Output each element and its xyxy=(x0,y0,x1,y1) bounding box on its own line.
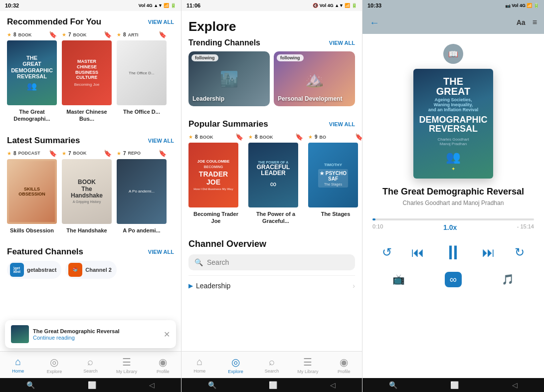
channel-name-2: Channel 2 xyxy=(85,267,112,273)
cast-button[interactable]: 📺 xyxy=(392,273,405,285)
recommended-view-all[interactable]: VIEW ALL xyxy=(148,19,174,25)
book-card-pandemic[interactable]: ★ 7 REPO 🔖 A Po andemi... A Po andemi... xyxy=(117,150,167,234)
book-cover-pandemic: A Po andemi... xyxy=(117,159,167,224)
progress-remaining: - 15:14 xyxy=(517,223,534,231)
explore-icon-2: ◎ xyxy=(231,356,240,368)
trending-card-leadership[interactable]: 🏙️ following Leadership xyxy=(188,51,270,106)
card-meta-3: ★ 8 ARTI 🔖 xyxy=(117,31,167,38)
book-card-handshake[interactable]: ★ 7 BOOK 🔖 BOOKThe Handshake A Gripping … xyxy=(62,150,112,234)
book-card-graceful[interactable]: ★ 8 BOOK 🔖 THE POWER OF A GRACEFULLEADER… xyxy=(248,133,303,225)
toast-notification[interactable]: The Great Demographic Reversal Continue … xyxy=(5,320,176,348)
bookmark-icon-pandemic[interactable]: 🔖 xyxy=(159,150,167,157)
home-scroll: Recommended For You VIEW ALL ★ 8 BOOK 🔖 … xyxy=(0,11,181,351)
leadership-label: Leadership xyxy=(192,95,224,102)
progress-current: 0:10 xyxy=(372,223,383,231)
explore-title: Explore xyxy=(181,11,362,38)
nav-search-1[interactable]: ⌕ Search xyxy=(72,354,109,376)
book-card-trader-joe[interactable]: ★ 8 BOOK 🔖 JOE COULOMBE BECOMING TRADER … xyxy=(188,133,243,225)
channel-search-input[interactable] xyxy=(207,258,349,266)
bookmark-safe[interactable]: 🔖 xyxy=(355,133,362,141)
channel-overview-title: Channel Overview xyxy=(188,239,355,249)
personal-dev-label: Personal Development xyxy=(278,95,342,102)
bookmark-trader-joe[interactable]: 🔖 xyxy=(235,133,243,141)
nav-library-1[interactable]: ☰ My Library xyxy=(109,354,145,376)
nav-library-2[interactable]: ☰ My Library xyxy=(290,354,326,376)
book-cover-master-chinese: MASTERCHINESEBUSINESSCULTURE Becoming Jo… xyxy=(62,40,112,105)
featured-header: Featured Channels VIEW ALL xyxy=(0,241,181,261)
toast-text: The Great Demographic Reversal Continue … xyxy=(33,328,120,341)
latest-view-all[interactable]: VIEW ALL xyxy=(148,138,174,144)
forward-button[interactable]: ↻ xyxy=(515,245,525,259)
loop-button[interactable]: ∞ xyxy=(445,272,462,287)
panel-player: 10:33 📷 Vol 4G 📶 🔋 ← Aa ≡ 📖 THEGREAT Age… xyxy=(363,0,544,392)
pause-button[interactable]: ⏸ xyxy=(443,241,463,264)
nav-search-2[interactable]: ⌕ Search xyxy=(254,354,290,376)
progress-bar-wrap[interactable] xyxy=(372,218,534,220)
channel-logo-getabstract: }getabst xyxy=(10,263,24,277)
channel-row-leadership[interactable]: ▶ Leadership › xyxy=(188,275,355,296)
book-title-trader-joe: Becoming Trader Joe xyxy=(188,210,243,225)
bookmark-icon-1[interactable]: 🔖 xyxy=(49,31,57,38)
toast-close-icon[interactable]: ✕ xyxy=(164,330,170,339)
panel-home: 10:32 Vol 4G ▲▼ 📶 🔋 Recommended For You … xyxy=(0,0,181,392)
channel-chip-getabstract[interactable]: }getabst getabstract xyxy=(7,261,61,279)
card-meta-1: ★ 8 BOOK 🔖 xyxy=(7,31,57,38)
book-card-master-chinese[interactable]: ★ 7 BOOK 🔖 MASTERCHINESEBUSINESSCULTURE … xyxy=(62,31,112,123)
trending-view-all[interactable]: VIEW ALL xyxy=(329,40,355,46)
nav-home-1[interactable]: ⌂ Home xyxy=(0,354,36,376)
trending-card-personal-dev[interactable]: 🏔️ following Personal Development xyxy=(274,51,355,106)
back-button[interactable]: ← xyxy=(369,17,379,28)
chapters-list-button[interactable]: ≡ xyxy=(533,18,537,27)
nav-explore-1[interactable]: ◎ Explore xyxy=(36,354,73,376)
book-title-demographic: The Great Demographi... xyxy=(7,108,57,123)
channel-chevron-icon: › xyxy=(353,282,355,290)
book-card-safe-stages[interactable]: ★ 9 BO 🔖 TIMOTHY ★ PSYCHOSAF The Stages … xyxy=(308,133,362,225)
explore-scroll: Explore Trending Channels VIEW ALL 🏙️ fo… xyxy=(181,11,362,351)
featured-view-all[interactable]: VIEW ALL xyxy=(148,249,174,255)
nav-profile-2[interactable]: ◉ Profile xyxy=(326,354,362,376)
progress-times: 0:10 1.0x - 15:14 xyxy=(372,223,534,231)
channel-search-icon: 🔍 xyxy=(194,258,203,266)
playlist-button[interactable]: 🎵 xyxy=(502,273,514,285)
toast-action[interactable]: Continue reading xyxy=(33,335,120,341)
android-home-3: ⬜ xyxy=(450,381,459,389)
bookmark-graceful[interactable]: 🔖 xyxy=(295,133,303,141)
playback-controls: ↺ ⏮ ⏸ ⏭ ↻ xyxy=(363,236,544,269)
recommended-header: Recommended For You VIEW ALL xyxy=(0,11,181,31)
player-book-cover: THEGREAT Ageing Societies,Waning Inequal… xyxy=(413,69,493,179)
book-card-office[interactable]: ★ 8 ARTI 🔖 The Office D... The Office D.… xyxy=(117,31,167,123)
player-book-title: The Great Demographic Reversal xyxy=(382,187,524,197)
book-cover-safe: TIMOTHY ★ PSYCHOSAF The Stages xyxy=(308,143,358,207)
search-icon-2: ⌕ xyxy=(269,356,275,368)
trending-section: Trending Channels VIEW ALL 🏙️ following … xyxy=(181,38,362,113)
bookmark-icon-skills[interactable]: 🔖 xyxy=(49,150,57,157)
latest-title: Latest Summaries xyxy=(7,136,80,146)
status-icons-1: Vol 4G ▲▼ 📶 🔋 xyxy=(139,3,176,8)
rewind-button[interactable]: ↺ xyxy=(382,245,392,259)
book-card-demographic[interactable]: ★ 8 BOOK 🔖 THEGREATDEMOGRAPHICREVERSAL 👥… xyxy=(7,31,57,123)
player-header: ← Aa ≡ xyxy=(363,11,544,34)
channel-chip-2[interactable]: 📚 Channel 2 xyxy=(65,261,117,279)
bookmark-icon-handshake[interactable]: 🔖 xyxy=(104,150,112,157)
nav-profile-label-2: Profile xyxy=(338,369,351,374)
nav-explore-2[interactable]: ◎ Explore xyxy=(217,354,253,376)
skip-back-button[interactable]: ⏮ xyxy=(411,245,424,260)
library-icon-2: ☰ xyxy=(303,356,312,368)
skip-forward-button[interactable]: ⏭ xyxy=(482,245,495,260)
channel-search-bar[interactable]: 🔍 xyxy=(188,254,355,270)
bottom-controls: 📺 ∞ 🎵 xyxy=(363,269,544,292)
nav-home-2[interactable]: ⌂ Home xyxy=(181,354,217,376)
channel-leadership-label: Leadership xyxy=(196,282,230,290)
popular-view-all[interactable]: VIEW ALL xyxy=(329,121,355,127)
progress-bar-fill xyxy=(372,218,375,220)
bookmark-icon-3[interactable]: 🔖 xyxy=(159,31,167,38)
book-card-skills[interactable]: ★ 8 PODCAST 🔖 SKILLSOBSESSION Skills Obs… xyxy=(7,150,57,234)
personal-dev-following-badge: following xyxy=(277,54,304,61)
bookmark-icon-2[interactable]: 🔖 xyxy=(104,31,112,38)
book-title-office: The Office D... xyxy=(117,108,167,115)
android-back-2: ◁ xyxy=(330,381,336,389)
nav-library-label-1: My Library xyxy=(116,369,137,374)
font-settings-button[interactable]: Aa xyxy=(517,18,526,26)
nav-profile-1[interactable]: ◉ Profile xyxy=(145,354,181,376)
bottom-nav-1: ⌂ Home ◎ Explore ⌕ Search ☰ My Library ◉… xyxy=(0,351,181,378)
